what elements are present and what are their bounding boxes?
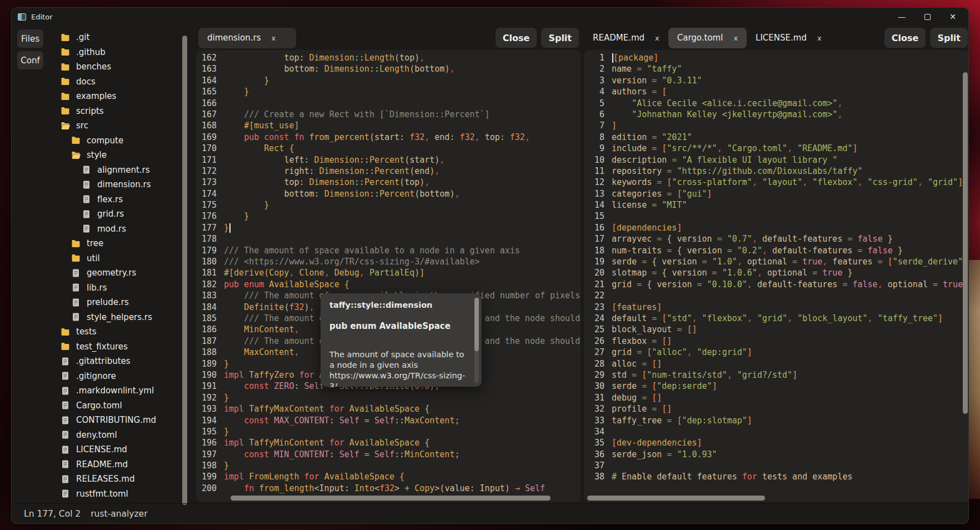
code-line[interactable]: 12keywords = ["cross-platform", "layout"…: [584, 177, 969, 188]
code-line[interactable]: 199impl FromLength for AvailableSpace {: [196, 471, 581, 482]
tree-item-test-fixtures[interactable]: test_fixtures: [51, 339, 182, 354]
titlebar[interactable]: Editor — ✕: [12, 8, 968, 26]
code-line[interactable]: 19serde = { version = "1.0", optional = …: [584, 256, 969, 267]
code-line[interactable]: 14license = "MIT": [584, 199, 969, 211]
code-line[interactable]: 173 top: Dimension::Percent(top),: [196, 177, 581, 188]
files-rail-button[interactable]: Files: [17, 29, 43, 48]
tab-dimension-rs[interactable]: dimension.rs x: [198, 28, 296, 48]
code-line[interactable]: 16[dependencies]: [584, 222, 969, 233]
code-line[interactable]: 35[dev-dependencies]: [584, 437, 969, 448]
code-line[interactable]: 36serde_json = "1.0.93": [584, 449, 969, 460]
code-line[interactable]: 38# Enable default features for tests an…: [584, 471, 969, 482]
code-line[interactable]: 24default = ["std", "flexbox", "grid", "…: [584, 313, 969, 324]
mid-code-area[interactable]: 162 top: Dimension::Length(top),163 bott…: [196, 50, 581, 502]
tree-item-prelude-rs[interactable]: prelude.rs: [51, 295, 182, 310]
code-line[interactable]: 18num-traits = { version = "0.2", defaul…: [584, 245, 969, 256]
tree-item-scripts[interactable]: scripts: [51, 104, 182, 119]
code-line[interactable]: 31debug = []: [584, 392, 969, 403]
maximize-button[interactable]: [924, 14, 931, 20]
code-line[interactable]: 165 }: [196, 86, 581, 97]
tree-item-style-helpers-rs[interactable]: style_helpers.rs: [51, 310, 182, 325]
code-line[interactable]: 166: [196, 98, 581, 109]
tree-item-src[interactable]: src: [51, 118, 182, 133]
mid-close-button[interactable]: Close: [496, 28, 537, 48]
tree-item-benches[interactable]: benches: [51, 59, 182, 74]
tree-item--github[interactable]: .github: [51, 45, 182, 60]
tree-item-alignment-rs[interactable]: alignment.rs: [51, 163, 182, 178]
code-line[interactable]: 2name = "taffy": [584, 63, 969, 74]
code-line[interactable]: 6 "Johnathan Kelley <jkelleyrtp@gmail.co…: [584, 109, 969, 120]
code-line[interactable]: 5 "Alice Cecile <alice.i.cecile@gmail.co…: [584, 98, 969, 109]
code-line[interactable]: 11repository = "https://github.com/Dioxu…: [584, 166, 969, 177]
tree-item--git[interactable]: .git: [51, 30, 182, 45]
tree-item-contributing-md[interactable]: CONTRIBUTING.md: [51, 413, 182, 428]
tree-item-flex-rs[interactable]: flex.rs: [51, 192, 182, 207]
code-line[interactable]: 192}: [196, 392, 581, 403]
code-line[interactable]: 193impl TaffyMaxContent for AvailableSpa…: [196, 403, 581, 414]
code-line[interactable]: 170 Rect {: [196, 143, 581, 154]
code-line[interactable]: 175 }: [196, 199, 581, 211]
code-line[interactable]: 3version = "0.3.11": [584, 75, 969, 86]
code-line[interactable]: 20slotmap = { version = "1.0.6", optiona…: [584, 267, 969, 278]
code-line[interactable]: 13categories = ["gui"]: [584, 188, 969, 199]
tree-item-grid-rs[interactable]: grid.rs: [51, 207, 182, 222]
tree-item--gitignore[interactable]: .gitignore: [51, 369, 182, 384]
code-line[interactable]: 15: [584, 211, 969, 222]
code-line[interactable]: 4authors = [: [584, 86, 969, 97]
conf-rail-button[interactable]: Conf: [17, 51, 43, 69]
code-line[interactable]: 198}: [196, 460, 581, 471]
code-line[interactable]: 22: [584, 290, 969, 301]
code-line[interactable]: 181#[derive(Copy, Clone, Debug, PartialE…: [196, 267, 581, 278]
tree-item-mod-rs[interactable]: mod.rs: [51, 222, 182, 237]
tree-item--gitattributes[interactable]: .gitattributes: [51, 354, 182, 369]
code-line[interactable]: 167 /// Create a new Rect with [`Dimensi…: [196, 109, 581, 120]
code-line[interactable]: 28alloc = []: [584, 358, 969, 369]
code-line[interactable]: 176 }: [196, 211, 581, 222]
code-line[interactable]: 172 right: Dimension::Percent(end),: [196, 166, 581, 177]
code-line[interactable]: 10description = "A flexible UI layout li…: [584, 154, 969, 166]
right-horizontal-scrollbar[interactable]: [587, 496, 765, 501]
tab-close-icon[interactable]: x: [733, 34, 738, 42]
tree-item-examples[interactable]: examples: [51, 89, 182, 104]
tree-item-geometry-rs[interactable]: geometry.rs: [51, 266, 182, 281]
code-line[interactable]: 196impl TaffyMinContent for AvailableSpa…: [196, 437, 581, 448]
code-line[interactable]: 21grid = { version = "0.10.0", default-f…: [584, 279, 969, 290]
code-line[interactable]: 164 }: [196, 75, 581, 86]
code-line[interactable]: 1[package]: [584, 52, 969, 63]
code-line[interactable]: 174 bottom: Dimension::Percent(bottom),: [196, 188, 581, 199]
tab-close-icon[interactable]: x: [817, 34, 822, 42]
code-line[interactable]: 23[features]: [584, 302, 969, 313]
tree-item-dimension-rs[interactable]: dimension.rs: [51, 177, 182, 192]
code-line[interactable]: 168 #[must_use]: [196, 120, 581, 131]
code-line[interactable]: 33taffy_tree = ["dep:slotmap"]: [584, 415, 969, 426]
tab-cargo-toml[interactable]: Cargo.tomlx: [668, 28, 747, 48]
right-vertical-scrollbar[interactable]: [963, 72, 968, 414]
close-window-button[interactable]: ✕: [949, 13, 956, 21]
code-line[interactable]: 8edition = "2021": [584, 132, 969, 143]
code-line[interactable]: 200 fn from_length<Input: Into<f32> + Co…: [196, 483, 581, 494]
tree-item-style[interactable]: style: [51, 148, 182, 163]
tree-item-license-md[interactable]: LICENSE.md: [51, 442, 182, 457]
code-line[interactable]: 26flexbox = []: [584, 336, 969, 347]
tree-item-releases-md[interactable]: RELEASES.md: [51, 472, 182, 487]
tree-item-docs[interactable]: docs: [51, 74, 182, 89]
tab-close-icon[interactable]: x: [655, 34, 659, 42]
right-split-button[interactable]: Split: [930, 28, 968, 48]
tooltip-link[interactable]: https://www.w3.org/TR/css-sizing-3/: [329, 371, 467, 387]
tree-item-cargo-toml[interactable]: Cargo.toml: [51, 398, 182, 413]
tree-item-deny-toml[interactable]: deny.toml: [51, 428, 182, 443]
code-line[interactable]: 34: [584, 426, 969, 437]
code-line[interactable]: 163 bottom: Dimension::Length(bottom),: [196, 63, 581, 74]
tab-license-md[interactable]: LICENSE.mdx: [747, 28, 831, 48]
code-line[interactable]: 29std = ["num-traits/std", "grid?/std"]: [584, 369, 969, 381]
code-line[interactable]: 37: [584, 460, 969, 471]
code-line[interactable]: 179/// The amount of space available to …: [196, 245, 581, 256]
tree-item-tests[interactable]: tests: [51, 324, 182, 339]
tree-item-readme-md[interactable]: README.md: [51, 457, 182, 472]
tree-item-util[interactable]: util: [51, 251, 182, 266]
code-line[interactable]: 197 const MIN_CONTENT: Self = Self::MinC…: [196, 449, 581, 460]
mid-split-button[interactable]: Split: [541, 28, 579, 48]
tree-item-compute[interactable]: compute: [51, 133, 182, 148]
tab-readme-md[interactable]: README.mdx: [584, 28, 668, 48]
code-line[interactable]: 32profile = []: [584, 403, 969, 414]
